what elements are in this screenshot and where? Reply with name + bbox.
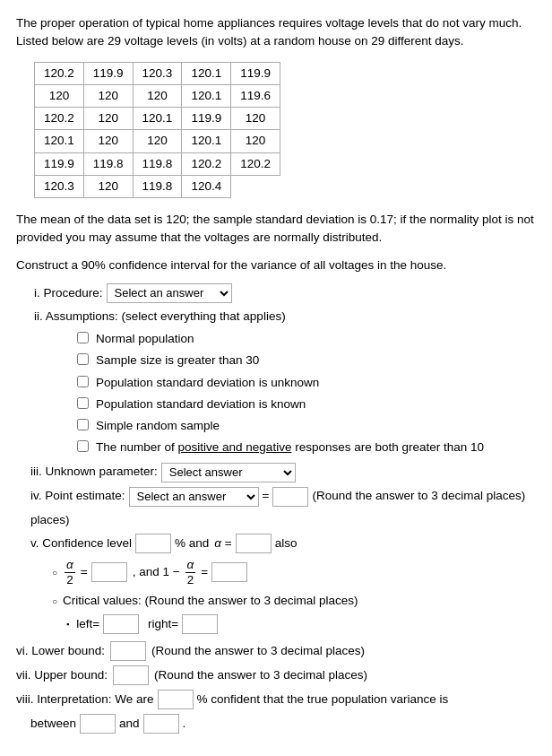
point-estimate-section: iv. Point estimate: Select an answers²sx… [30, 487, 536, 507]
conf-level-pct-input[interactable] [135, 534, 171, 553]
assumption-checkbox[interactable] [77, 440, 89, 452]
bullet-circle-2: ○ [52, 595, 57, 608]
assumption-checkbox[interactable] [77, 353, 89, 365]
table-cell: 120.1 [133, 108, 182, 130]
and1-label: , and 1 − [133, 563, 180, 581]
alpha-fraction-1: α 2 [65, 558, 75, 587]
table-cell: 119.8 [133, 152, 182, 175]
interpretation-pct-label: % confident that the true population var… [197, 691, 449, 708]
square-bullet: ▪ [66, 619, 69, 631]
data-table-container: 120.2119.9120.3120.1119.9120120120120.11… [34, 62, 536, 199]
point-estimate-round: (Round the answer to 3 decimal places) [312, 487, 525, 505]
critical-inputs-row: ▪ left= right= [66, 614, 536, 634]
interpretation-pct-input[interactable] [158, 690, 194, 709]
table-cell: 120 [133, 84, 182, 107]
conf-pct-label: % and [175, 534, 209, 552]
assumption-checkbox[interactable] [77, 376, 89, 387]
assumption-label: Normal population [96, 330, 194, 348]
eq-sign-2: = [201, 563, 208, 581]
table-cell: 120.2 [35, 62, 84, 84]
table-cell: 119.9 [182, 108, 231, 130]
lower-bound-section: vi. Lower bound: (Round the answer to 3 … [16, 641, 536, 661]
mean-text: The mean of the data set is 120; the sam… [16, 211, 536, 248]
upper-bound-input[interactable] [113, 665, 149, 685]
eq-sign-1: = [81, 563, 88, 581]
assumption-item: Simple random sample [77, 417, 536, 435]
table-cell: 119.8 [133, 175, 182, 197]
procedure-label: i. Procedure: [34, 284, 103, 302]
lower-bound-input[interactable] [110, 641, 146, 661]
assumptions-section: ii. Assumptions: (select everything that… [34, 308, 536, 457]
interpretation-label-start: viii. Interpretation: We are [16, 691, 154, 708]
one-minus-alpha-over2-input[interactable] [211, 562, 247, 582]
assumptions-label: ii. Assumptions: (select everything that… [34, 308, 536, 326]
table-cell: 119.6 [231, 84, 280, 107]
intro-text: The proper operation of typical home app… [16, 14, 536, 51]
critical-label-row: ○ Critical values: (Round the answer to … [52, 592, 536, 610]
assumption-label: Sample size is greater than 30 [96, 352, 259, 369]
table-cell: 120 [83, 84, 133, 107]
upper-bound-section: vii. Upper bound: (Round the answer to 3… [16, 665, 536, 685]
interpretation-section: viii. Interpretation: We are % confident… [16, 690, 536, 734]
period: . [183, 715, 186, 733]
table-cell: 120.2 [231, 152, 280, 175]
alpha-over2-row: ○ α 2 = , and 1 − α 2 = [52, 558, 536, 587]
voltage-table: 120.2119.9120.3120.1119.9120120120120.11… [34, 62, 280, 199]
assumption-label: Population standard deviation is known [96, 395, 306, 413]
table-cell: 120.2 [182, 152, 231, 175]
assumption-label: Population standard deviation is unknown [96, 374, 319, 392]
right-critical-input[interactable] [182, 614, 218, 634]
assumption-label: Simple random sample [96, 417, 220, 435]
table-cell: 120 [83, 130, 133, 152]
alpha-label: α = [214, 534, 231, 552]
alpha-over2-input[interactable] [91, 562, 127, 582]
table-cell: 120.1 [35, 130, 84, 152]
left-critical-input[interactable] [103, 614, 139, 634]
assumption-checkbox[interactable] [77, 397, 89, 409]
confidence-level-row1: v. Confidence level % and α = also [30, 534, 536, 553]
point-estimate-places: places) [30, 511, 536, 529]
interpretation-row1: viii. Interpretation: We are % confident… [16, 690, 536, 709]
table-cell: 120 [35, 84, 84, 107]
table-cell: 120.1 [182, 84, 231, 107]
critical-values-section: ○ Critical values: (Round the answer to … [52, 592, 536, 634]
table-cell: 120 [133, 130, 182, 152]
unknown-param-label: iii. Unknown parameter: [30, 463, 158, 481]
table-cell: 120.3 [35, 175, 84, 197]
table-cell: 120 [231, 108, 280, 130]
and-input[interactable] [143, 714, 179, 734]
lower-bound-round: (Round the answer to 3 decimal places) [151, 642, 365, 660]
table-cell: 119.8 [83, 152, 133, 175]
procedure-select[interactable]: Select an answerChi-Square Confidence In… [107, 283, 232, 303]
table-cell: 119.9 [83, 62, 133, 84]
assumption-item: Sample size is greater than 30 [77, 352, 536, 369]
table-cell: 120.2 [35, 108, 84, 130]
procedure-section: i. Procedure: Select an answerChi-Square… [34, 283, 536, 303]
and-label: and [119, 715, 140, 733]
table-cell: 120.1 [182, 62, 231, 84]
assumption-label: The number of positive and negative resp… [96, 439, 484, 456]
assumption-item: Normal population [77, 330, 536, 348]
unknown-param-select[interactable]: Select answerPopulation VariancePopulati… [161, 463, 296, 482]
also-label: also [275, 534, 298, 552]
alpha-input[interactable] [236, 534, 272, 553]
point-estimate-select[interactable]: Select an answers²sx̄ [129, 487, 259, 507]
unknown-param-section: iii. Unknown parameter: Select answerPop… [30, 463, 536, 482]
point-estimate-input[interactable] [272, 487, 308, 507]
table-cell: 119.9 [35, 152, 84, 175]
assumption-checkbox[interactable] [77, 332, 89, 343]
between-label: between [30, 715, 76, 733]
assumption-item: Population standard deviation is known [77, 395, 536, 413]
table-cell: 120 [83, 108, 133, 130]
assumption-item: Population standard deviation is unknown [77, 374, 536, 392]
table-cell [231, 175, 280, 197]
between-input[interactable] [80, 714, 116, 734]
upper-bound-round: (Round the answer to 3 decimal places) [154, 666, 367, 684]
table-cell: 120 [83, 175, 133, 197]
assumption-checkbox[interactable] [77, 419, 89, 430]
bullet-circle: ○ [52, 566, 57, 579]
alpha-fraction-2: α 2 [185, 558, 196, 587]
construct-text: Construct a 90% confidence interval for … [16, 256, 536, 274]
interpretation-row2: between and . [30, 714, 536, 734]
assumption-item: The number of positive and negative resp… [77, 439, 536, 456]
